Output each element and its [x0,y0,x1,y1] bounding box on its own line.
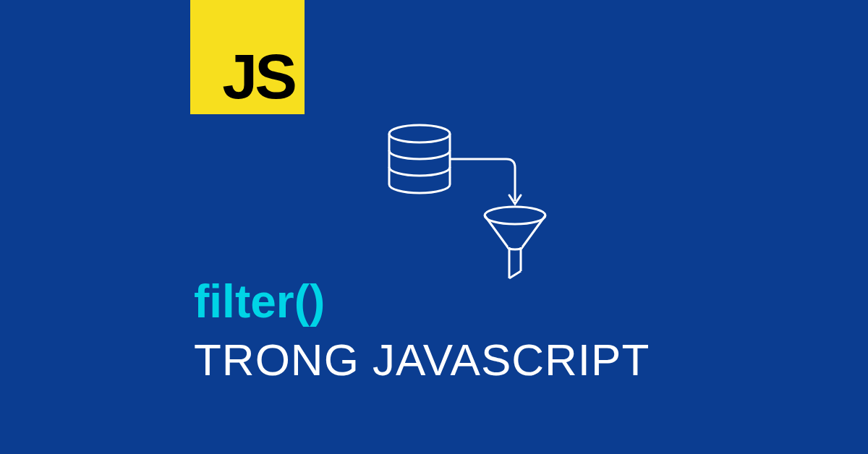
svg-point-1 [485,207,545,224]
svg-point-0 [389,125,450,142]
subtitle-text: TRONG JAVASCRIPT [194,338,650,382]
filter-method-name: filter() [194,278,650,325]
title-block: filter() TRONG JAVASCRIPT [194,278,650,382]
database-funnel-icon [383,123,571,289]
js-logo-badge: JS [190,0,305,114]
js-logo-text: JS [222,45,294,108]
filter-diagram [383,123,571,289]
